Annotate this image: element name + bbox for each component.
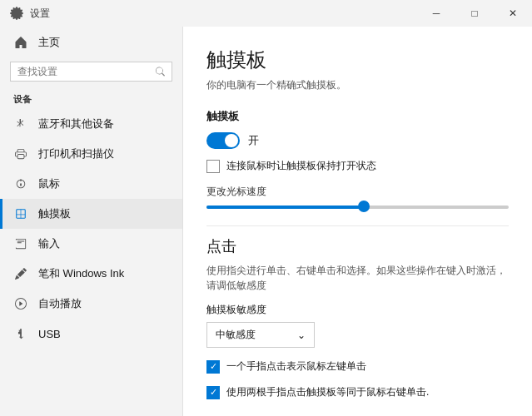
sidebar-item-printer[interactable]: 打印机和扫描仪 xyxy=(0,139,182,169)
home-icon xyxy=(13,35,28,50)
titlebar-controls: ─ □ ✕ xyxy=(417,0,532,27)
maximize-button[interactable]: □ xyxy=(455,0,494,27)
sidebar-item-touchpad[interactable]: 触摸板 xyxy=(0,199,182,229)
main-layout: 主页 设备 蓝牙和其他设备 打印机和扫描仪 xyxy=(0,27,532,416)
checkbox3-label: 使用两根手指点击触摸板等同于鼠标右键单击. xyxy=(226,385,429,399)
click-title: 点击 xyxy=(206,236,509,256)
printer-label: 打印机和扫描仪 xyxy=(38,146,114,161)
chevron-down-icon: ⌄ xyxy=(297,329,306,341)
touchpad-icon xyxy=(13,206,28,221)
search-box[interactable] xyxy=(10,62,172,82)
sidebar-section-label: 设备 xyxy=(0,88,182,109)
pen-label: 笔和 Windows Ink xyxy=(38,266,124,281)
click-section: 点击 使用指尖进行单击、右键单击和选择。如果这些操作在键入时激活，请调低敏感度 … xyxy=(206,236,509,399)
input-label: 输入 xyxy=(38,236,60,251)
input-icon xyxy=(13,236,28,251)
toggle-knob xyxy=(225,134,238,147)
mouse-icon xyxy=(13,176,28,191)
touchpad-checkbox[interactable] xyxy=(206,160,220,173)
sidebar: 主页 设备 蓝牙和其他设备 打印机和扫描仪 xyxy=(0,27,183,416)
click-desc: 使用指尖进行单击、右键单击和选择。如果这些操作在键入时激活，请调低敏感度 xyxy=(206,263,509,293)
touchpad-toggle[interactable] xyxy=(206,132,240,149)
slider-fill xyxy=(206,206,364,209)
sensitivity-label: 触摸板敏感度 xyxy=(206,303,509,317)
slider-label: 更改光标速度 xyxy=(206,185,509,199)
pen-icon xyxy=(13,266,28,281)
titlebar-title: 设置 xyxy=(30,7,50,21)
printer-icon xyxy=(13,146,28,161)
minimize-button[interactable]: ─ xyxy=(417,0,455,27)
slider-track[interactable] xyxy=(206,206,509,209)
touchpad-toggle-row: 开 xyxy=(206,132,509,149)
autoplay-label: 自动播放 xyxy=(38,296,82,311)
checkbox2-row: 一个手指点击表示鼠标左键单击 xyxy=(206,359,509,374)
search-icon xyxy=(156,67,165,77)
home-label: 主页 xyxy=(38,35,60,50)
touchpad-section-title: 触摸板 xyxy=(206,109,509,124)
usb-icon xyxy=(13,326,28,341)
sidebar-item-bluetooth[interactable]: 蓝牙和其他设备 xyxy=(0,109,182,139)
autoplay-icon xyxy=(13,296,28,311)
toggle-on-label: 开 xyxy=(248,133,259,148)
bluetooth-icon xyxy=(13,116,28,131)
titlebar-left: 设置 xyxy=(10,7,50,21)
divider xyxy=(206,225,509,226)
content-area: 触摸板 你的电脑有一个精确式触摸板。 触摸板 开 连接鼠标时让触摸板保持打开状态… xyxy=(183,27,532,416)
touchpad-checkbox-label: 连接鼠标时让触摸板保持打开状态 xyxy=(226,159,376,173)
touchpad-checkbox-row: 连接鼠标时让触摸板保持打开状态 xyxy=(206,159,509,173)
bluetooth-label: 蓝牙和其他设备 xyxy=(38,116,114,131)
checkbox3[interactable] xyxy=(206,386,220,399)
search-input[interactable] xyxy=(17,66,151,77)
page-title: 触摸板 xyxy=(206,47,509,73)
page-subtitle: 你的电脑有一个精确式触摸板。 xyxy=(206,78,509,92)
sensitivity-value: 中敏感度 xyxy=(216,328,256,342)
close-button[interactable]: ✕ xyxy=(494,0,532,27)
checkbox3-row: 使用两根手指点击触摸板等同于鼠标右键单击. xyxy=(206,385,509,399)
settings-icon xyxy=(10,7,23,20)
sidebar-item-pen[interactable]: 笔和 Windows Ink xyxy=(0,259,182,289)
mouse-label: 鼠标 xyxy=(38,176,60,191)
usb-label: USB xyxy=(38,328,61,340)
sidebar-item-home[interactable]: 主页 xyxy=(0,27,182,58)
touchpad-label: 触摸板 xyxy=(38,206,71,221)
sidebar-item-autoplay[interactable]: 自动播放 xyxy=(0,289,182,319)
sidebar-item-usb[interactable]: USB xyxy=(0,319,182,349)
checkbox2[interactable] xyxy=(206,360,220,374)
slider-section: 更改光标速度 xyxy=(206,185,509,209)
sidebar-item-input[interactable]: 输入 xyxy=(0,229,182,259)
sidebar-item-mouse[interactable]: 鼠标 xyxy=(0,169,182,199)
sensitivity-dropdown[interactable]: 中敏感度 ⌄ xyxy=(206,322,315,348)
slider-thumb[interactable] xyxy=(358,201,370,212)
checkbox2-label: 一个手指点击表示鼠标左键单击 xyxy=(226,359,366,374)
titlebar: 设置 ─ □ ✕ xyxy=(0,0,532,27)
